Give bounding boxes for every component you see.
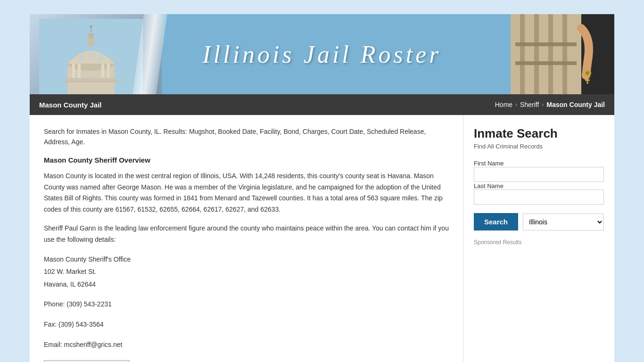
svg-rect-10 — [107, 64, 110, 78]
svg-rect-18 — [534, 14, 539, 94]
breadcrumb-home[interactable]: Home — [495, 101, 512, 108]
breadcrumb: Home › Sheriff › Mason County Jail — [495, 101, 605, 108]
svg-rect-17 — [520, 14, 525, 94]
address-email: Email: mcsheriff@grics.net — [44, 338, 449, 351]
content-area: Search for Inmates in Mason County, IL. … — [30, 115, 463, 362]
search-row: Search Illinois Alabama Alaska Arizona A… — [474, 213, 604, 230]
first-name-input[interactable] — [474, 167, 604, 182]
svg-point-13 — [79, 54, 84, 61]
address-phone: Phone: (309) 543-2231 — [44, 298, 449, 311]
svg-rect-19 — [548, 14, 553, 94]
search-button[interactable]: Search — [474, 213, 518, 230]
svg-point-6 — [90, 25, 92, 28]
section-heading: Mason County Sheriff Overview — [44, 156, 449, 164]
svg-rect-4 — [89, 33, 93, 38]
first-name-label: First Name — [474, 160, 504, 167]
website-button[interactable]: Mason County Website — [44, 360, 130, 362]
body-paragraph-1: Mason County is located in the west cent… — [44, 171, 449, 215]
svg-rect-22 — [515, 61, 577, 65]
address-block: Mason County Sheriff's Office 102 W. Mar… — [44, 253, 449, 351]
svg-rect-20 — [562, 14, 567, 94]
sidebar: Inmate Search Find All Criminal Records … — [463, 115, 614, 362]
svg-rect-9 — [101, 64, 104, 78]
nav-bar: Mason County Jail Home › Sheriff › Mason… — [30, 94, 614, 115]
svg-point-15 — [98, 54, 103, 61]
address-line-3: Havana, IL 62644 — [44, 278, 449, 291]
body-paragraph-2: Sheriff Paul Gann is the leading law enf… — [44, 223, 449, 246]
svg-rect-21 — [515, 42, 577, 46]
svg-point-25 — [586, 71, 589, 75]
address-fax: Fax: (309) 543-3564 — [44, 318, 449, 331]
breadcrumb-sep-2: › — [542, 101, 544, 108]
nav-jail-title: Mason County Jail — [39, 101, 102, 109]
last-name-label: Last Name — [474, 182, 504, 189]
svg-rect-12 — [63, 80, 119, 82]
breadcrumb-current: Mason County Jail — [546, 101, 605, 108]
last-name-input[interactable] — [474, 189, 604, 205]
sidebar-subtitle: Find All Criminal Records — [474, 143, 604, 150]
state-select[interactable]: Illinois Alabama Alaska Arizona Arkansas… — [523, 214, 604, 230]
intro-text: Search for Inmates in Mason County, IL. … — [44, 126, 449, 148]
address-line-2: 102 W. Market St. — [44, 265, 449, 278]
svg-point-14 — [89, 51, 93, 58]
main-wrapper: Search for Inmates in Mason County, IL. … — [30, 115, 614, 362]
breadcrumb-sheriff[interactable]: Sheriff — [520, 101, 539, 108]
svg-rect-11 — [65, 78, 117, 80]
svg-rect-7 — [72, 64, 75, 78]
header-banner: Illinois Jail Roster — [30, 14, 614, 94]
address-line-1: Mason County Sheriff's Office — [44, 253, 449, 266]
svg-rect-8 — [78, 64, 81, 78]
site-title: Illinois Jail Roster — [202, 41, 441, 68]
inmate-search-title: Inmate Search — [474, 126, 604, 141]
svg-rect-3 — [88, 37, 94, 46]
jail-image — [511, 14, 614, 94]
sponsored-label: Sponsored Results — [474, 239, 604, 246]
breadcrumb-sep-1: › — [515, 101, 517, 108]
